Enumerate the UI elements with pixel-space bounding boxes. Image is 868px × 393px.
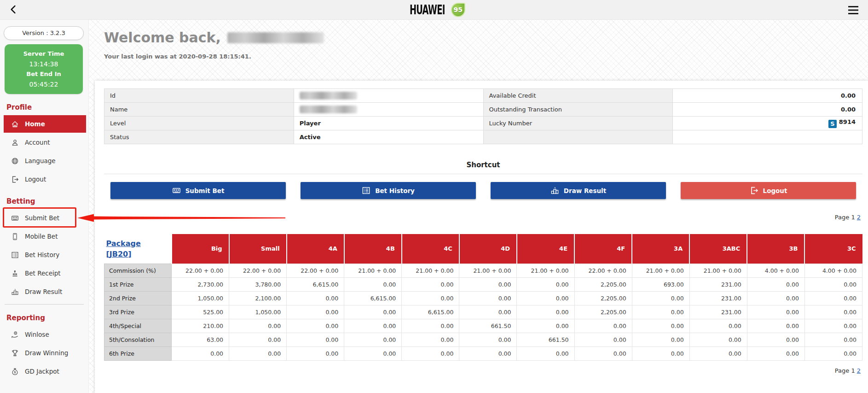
field-label: Outstanding Transaction bbox=[483, 103, 673, 117]
welcome-block: Welcome back, Your last login was at 202… bbox=[104, 29, 324, 60]
language-icon bbox=[11, 157, 19, 165]
value-cell: 0.00 bbox=[459, 333, 517, 346]
row-label: 2nd Prize bbox=[104, 291, 172, 305]
value-cell: 525.00 bbox=[172, 305, 229, 319]
value-cell: 0.00 bbox=[747, 319, 804, 333]
package-link[interactable]: Package[JB20] bbox=[106, 238, 141, 259]
value-cell: 0.00 bbox=[804, 277, 862, 291]
value-cell: 2,205.00 bbox=[574, 291, 632, 305]
value-cell: 0.00 bbox=[574, 346, 632, 360]
field-value: Player bbox=[294, 117, 483, 130]
pagination-bottom: Page 12 bbox=[104, 367, 862, 375]
page-link-2[interactable]: 2 bbox=[857, 214, 861, 221]
field-value-text: 8914 bbox=[839, 118, 856, 125]
bet-end-label: Bet End In bbox=[5, 69, 83, 79]
row-label: 1st Prize bbox=[104, 277, 172, 291]
sidebar-item-winlose[interactable]: Winlose bbox=[4, 326, 86, 343]
field-value: 0.00 bbox=[673, 89, 862, 103]
logout-shortcut-button[interactable]: Logout bbox=[681, 182, 856, 199]
profile-row: LevelPlayerLucky NumberS8914 bbox=[104, 117, 862, 130]
value-cell: 0.00 bbox=[689, 319, 747, 333]
value-cell: 0.00 bbox=[344, 346, 402, 360]
value-cell: 0.00 bbox=[229, 346, 287, 360]
column-header-4b: 4B bbox=[344, 234, 402, 264]
sidebar-item-label: Bet Receipt bbox=[25, 270, 61, 277]
submit-bet-shortcut-button[interactable]: Submit Bet bbox=[110, 182, 286, 199]
value-cell: 0.00 bbox=[517, 291, 574, 305]
field-label: Available Credit bbox=[483, 89, 673, 103]
sidebar-item-submit-bet[interactable]: Submit Bet bbox=[4, 209, 86, 227]
value-cell: 693.00 bbox=[632, 277, 689, 291]
value-cell: 231.00 bbox=[689, 277, 747, 291]
column-header-big: Big bbox=[172, 234, 229, 264]
sidebar-item-draw-result[interactable]: Draw Result bbox=[4, 283, 86, 300]
profile-row: NameOutstanding Transaction0.00 bbox=[104, 103, 862, 117]
sidebar-item-mobile-bet[interactable]: Mobile Bet bbox=[4, 228, 86, 245]
value-cell: 0.00 bbox=[804, 319, 862, 333]
column-header-3b: 3B bbox=[747, 234, 804, 264]
value-cell: 0.00 bbox=[632, 305, 689, 319]
field-value bbox=[294, 103, 483, 117]
value-cell: 0.00 bbox=[574, 333, 632, 346]
package-row-4th-special: 4th/Special210.000.000.000.000.00661.500… bbox=[104, 319, 862, 333]
value-cell: 0.00 bbox=[459, 305, 517, 319]
logout-icon bbox=[750, 186, 758, 195]
value-cell: 661.50 bbox=[459, 319, 517, 333]
package-row-6th-prize: 6th Prize0.000.000.000.000.000.000.000.0… bbox=[104, 346, 862, 360]
value-cell: 2,205.00 bbox=[574, 277, 632, 291]
value-cell: 0.00 bbox=[229, 319, 287, 333]
sidebar-item-home[interactable]: Home bbox=[4, 115, 86, 133]
field-value-text: 0.00 bbox=[841, 92, 856, 99]
server-time-box: Server Time 13:14:38 Bet End In 05:45:22 bbox=[5, 44, 83, 94]
section-title-profile: Profile bbox=[6, 103, 88, 112]
draw-result-shortcut-button[interactable]: Draw Result bbox=[491, 182, 666, 199]
shortcut-heading: Shortcut bbox=[104, 161, 862, 170]
value-cell: 22.00 + 0.00 bbox=[287, 264, 344, 277]
value-cell: 0.00 bbox=[344, 333, 402, 346]
sidebar-item-draw-winning[interactable]: Draw Winning bbox=[4, 344, 86, 362]
sidebar-item-gd-jackpot[interactable]: GD Jackpot bbox=[4, 363, 86, 380]
shortcut-button-label: Bet History bbox=[375, 187, 415, 194]
value-cell: 0.00 bbox=[402, 291, 459, 305]
field-value bbox=[673, 130, 862, 144]
section-title-reporting: Reporting bbox=[6, 314, 88, 323]
page-link-2[interactable]: 2 bbox=[857, 367, 861, 374]
package-link-code: [JB20] bbox=[106, 250, 132, 258]
value-cell: 0.00 bbox=[689, 346, 747, 360]
draw-result-icon bbox=[11, 288, 19, 296]
sidebar-item-label: GD Jackpot bbox=[25, 368, 59, 375]
value-cell: 0.00 bbox=[632, 333, 689, 346]
value-cell: 0.00 bbox=[402, 333, 459, 346]
sidebar-item-language[interactable]: Language bbox=[4, 152, 86, 170]
value-cell: 4.00 + 0.00 bbox=[804, 264, 862, 277]
value-cell: 0.00 bbox=[747, 346, 804, 360]
package-table: Package[JB20]BigSmall4A4B4C4D4E4F3A3ABC3… bbox=[104, 234, 862, 361]
value-cell: 2,100.00 bbox=[229, 291, 287, 305]
column-header-3c: 3C bbox=[804, 234, 862, 264]
section-title-betting: Betting bbox=[6, 197, 88, 206]
content-card: IdAvailable Credit0.00NameOutstanding Tr… bbox=[95, 81, 868, 393]
sidebar-item-account[interactable]: Account bbox=[4, 134, 86, 151]
sidebar-item-label: Home bbox=[25, 120, 45, 128]
value-cell: 22.00 + 0.00 bbox=[229, 264, 287, 277]
value-cell: 0.00 bbox=[344, 305, 402, 319]
field-value: 0.00 bbox=[673, 103, 862, 117]
mobile-bet-icon bbox=[11, 233, 19, 240]
value-cell: 21.00 + 0.00 bbox=[459, 264, 517, 277]
sidebar-item-label: Mobile Bet bbox=[25, 233, 58, 240]
submit-bet-icon bbox=[11, 214, 19, 222]
sidebar-item-label: Submit Bet bbox=[25, 214, 59, 222]
redacted-username bbox=[227, 32, 324, 43]
shortcut-button-label: Logout bbox=[763, 187, 787, 194]
sidebar-item-bet-receipt[interactable]: Bet Receipt bbox=[4, 264, 86, 282]
bet-history-shortcut-button[interactable]: Bet History bbox=[301, 182, 476, 199]
value-cell: 0.00 bbox=[517, 277, 574, 291]
welcome-title: Welcome back, bbox=[104, 29, 324, 46]
value-cell: 0.00 bbox=[747, 333, 804, 346]
sidebar-item-logout[interactable]: Logout bbox=[4, 170, 86, 188]
brand-text: HUAWEI bbox=[410, 2, 445, 17]
value-cell: 0.00 bbox=[402, 277, 459, 291]
hamburger-menu-icon[interactable] bbox=[848, 6, 859, 15]
package-row-commission: Commission (%)22.00 + 0.0022.00 + 0.0022… bbox=[104, 264, 862, 277]
sidebar-item-bet-history[interactable]: Bet History bbox=[4, 246, 86, 264]
